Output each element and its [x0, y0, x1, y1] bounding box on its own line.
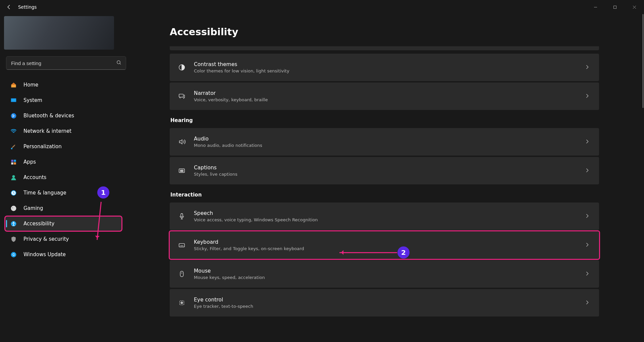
setting-card-contrast[interactable]: Contrast themes Color themes for low vis… — [170, 54, 599, 81]
sidebar-item-system[interactable]: System — [5, 93, 121, 107]
svg-rect-8 — [11, 162, 13, 164]
sidebar-item-personalization[interactable]: Personalization — [5, 139, 121, 154]
home-icon — [10, 81, 17, 88]
accessibility-icon — [10, 220, 17, 227]
card-subtitle: Styles, live captions — [194, 172, 585, 177]
sidebar-item-label: Personalization — [23, 144, 62, 150]
scrollbar[interactable] — [643, 14, 643, 108]
window-title: Settings — [18, 4, 37, 10]
setting-card-narrator[interactable]: Narrator Voice, verbosity, keyboard, bra… — [170, 82, 599, 110]
sidebar-item-accounts[interactable]: Accounts — [5, 170, 121, 184]
card-subtitle: Color themes for low vision, light sensi… — [194, 68, 585, 73]
svg-point-13 — [11, 206, 16, 211]
card-title: Contrast themes — [194, 61, 585, 67]
person-icon — [10, 174, 17, 181]
close-button[interactable] — [625, 4, 644, 10]
sidebar-item-network[interactable]: Network & internet — [5, 124, 121, 138]
svg-rect-0 — [613, 6, 616, 8]
annotation-marker-2: 2 — [397, 246, 410, 259]
search-input[interactable] — [6, 56, 126, 70]
chevron-right-icon — [585, 168, 590, 174]
sidebar-item-privacy[interactable]: Privacy & security — [5, 232, 121, 246]
card-subtitle: Sticky, Filter, and Toggle keys, on-scre… — [194, 246, 585, 251]
svg-point-5 — [11, 148, 12, 149]
sidebar-item-label: Network & internet — [23, 128, 71, 134]
sidebar-item-apps[interactable]: Apps — [5, 155, 121, 169]
eye-icon — [177, 298, 186, 307]
keyboard-icon — [177, 240, 186, 250]
sidebar-item-gaming[interactable]: Gaming — [5, 201, 121, 215]
svg-point-16 — [11, 252, 16, 257]
setting-card-mouse[interactable]: Mouse Mouse keys, speed, acceleration — [170, 260, 599, 288]
chevron-right-icon — [585, 214, 590, 219]
card-title: Eye control — [194, 297, 585, 303]
card-title: Keyboard — [194, 239, 585, 245]
card-subtitle: Eye tracker, text-to-speech — [194, 304, 585, 309]
bluetooth-icon — [10, 112, 17, 119]
chevron-right-icon — [585, 242, 590, 248]
sidebar-item-label: Privacy & security — [23, 236, 69, 242]
svg-rect-23 — [180, 271, 183, 277]
minimize-button[interactable] — [586, 4, 605, 10]
svg-rect-7 — [14, 160, 16, 162]
svg-rect-22 — [179, 243, 185, 247]
back-button[interactable] — [6, 4, 11, 10]
sidebar-item-accessibility[interactable]: Accessibility — [5, 217, 121, 231]
card-subtitle: Voice, verbosity, keyboard, braille — [194, 97, 585, 102]
sidebar-item-update[interactable]: Windows Update — [5, 247, 121, 262]
chevron-right-icon — [585, 94, 590, 99]
shield-icon — [10, 236, 17, 242]
svg-point-4 — [11, 113, 16, 118]
sidebar-item-label: Windows Update — [23, 251, 66, 258]
sidebar-item-label: Bluetooth & devices — [23, 113, 74, 119]
sidebar-item-label: Gaming — [23, 205, 43, 211]
user-tile[interactable] — [4, 16, 114, 50]
card-title: Audio — [194, 136, 585, 142]
main-content: Accessibility Contrast themes Color them… — [127, 14, 644, 342]
card-title: Narrator — [194, 90, 585, 96]
card-subtitle: Mono audio, audio notifications — [194, 143, 585, 148]
card-partial-top[interactable] — [170, 46, 599, 50]
card-title: Speech — [194, 210, 585, 216]
sidebar-item-label: Apps — [23, 159, 36, 165]
svg-text:CC: CC — [180, 170, 183, 172]
titlebar: Settings — [0, 0, 644, 14]
setting-card-speech[interactable]: Speech Voice access, voice typing, Windo… — [170, 203, 599, 230]
svg-point-26 — [181, 302, 182, 303]
system-icon — [10, 97, 17, 104]
annotation-marker-1: 1 — [97, 186, 109, 198]
brush-icon — [10, 143, 17, 150]
mouse-icon — [177, 269, 186, 279]
chat-icon — [177, 92, 186, 101]
setting-card-keyboard[interactable]: Keyboard Sticky, Filter, and Toggle keys… — [170, 231, 599, 259]
sidebar-item-label: System — [23, 97, 42, 103]
cc-icon: CC — [177, 166, 186, 175]
sidebar-item-bluetooth[interactable]: Bluetooth & devices — [5, 109, 121, 123]
sidebar-item-label: Home — [23, 82, 38, 88]
svg-rect-18 — [179, 94, 183, 97]
svg-rect-21 — [181, 214, 183, 217]
setting-card-audio[interactable]: Audio Mono audio, audio notifications — [170, 128, 599, 156]
sidebar-item-label: Accessibility — [23, 221, 54, 227]
svg-point-15 — [13, 222, 14, 223]
sidebar: Home System Bluetooth & devices Network … — [0, 14, 127, 342]
card-title: Captions — [194, 165, 585, 171]
setting-card-eye[interactable]: Eye control Eye tracker, text-to-speech — [170, 289, 599, 317]
update-icon — [10, 251, 17, 258]
card-title: Mouse — [194, 268, 585, 274]
page-title: Accessibility — [170, 26, 644, 38]
setting-card-captions[interactable]: CC Captions Styles, live captions — [170, 157, 599, 184]
chevron-right-icon — [585, 65, 590, 70]
mic-icon — [177, 212, 186, 221]
gamepad-icon — [10, 205, 17, 212]
clock-icon — [10, 189, 17, 196]
annotation-arrow-2 — [339, 252, 397, 253]
chevron-right-icon — [585, 139, 590, 145]
sidebar-item-home[interactable]: Home — [5, 78, 121, 92]
chevron-right-icon — [585, 271, 590, 277]
card-subtitle: Mouse keys, speed, acceleration — [194, 275, 585, 280]
sound-icon — [177, 137, 186, 147]
maximize-button[interactable] — [605, 4, 625, 10]
section-header-hearing: Hearing — [170, 117, 599, 123]
wifi-icon — [10, 128, 17, 134]
